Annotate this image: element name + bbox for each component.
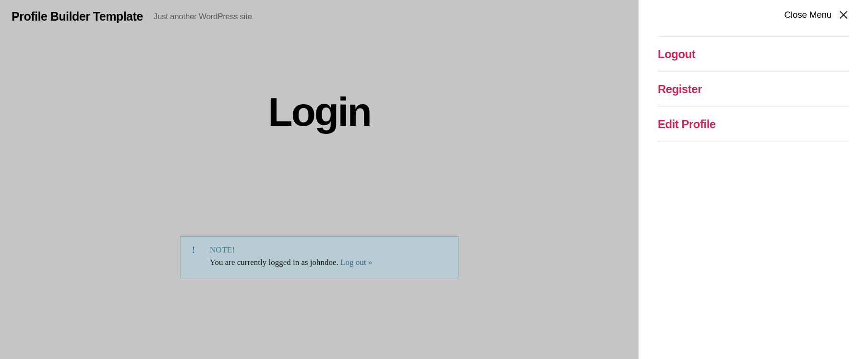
note-message: You are currently logged in as johndoe.	[210, 258, 340, 267]
info-icon: !	[192, 245, 195, 255]
menu-link-logout[interactable]: Logout	[658, 48, 695, 60]
menu-item-logout[interactable]: Logout	[658, 37, 849, 72]
header-bar: Profile Builder Template Just another Wo…	[0, 0, 639, 33]
close-menu-button[interactable]: Close Menu	[658, 10, 849, 20]
menu-item-edit-profile[interactable]: Edit Profile	[658, 107, 849, 142]
logout-link[interactable]: Log out »	[340, 258, 372, 267]
menu-link-register[interactable]: Register	[658, 83, 702, 96]
note-label: NOTE!	[210, 245, 448, 255]
menu-link-edit-profile[interactable]: Edit Profile	[658, 118, 716, 131]
side-menu: Close Menu Logout Register Edit Profile	[639, 0, 868, 359]
menu-list: Logout Register Edit Profile	[658, 36, 849, 142]
close-menu-label: Close Menu	[784, 10, 832, 20]
note-text: You are currently logged in as johndoe. …	[210, 258, 448, 267]
menu-item-register[interactable]: Register	[658, 72, 849, 107]
login-note-box: ! NOTE! You are currently logged in as j…	[180, 236, 458, 278]
page-title: Login	[0, 89, 639, 135]
site-title[interactable]: Profile Builder Template	[12, 10, 143, 24]
main-content: Profile Builder Template Just another Wo…	[0, 0, 639, 359]
site-tagline: Just another WordPress site	[154, 12, 252, 22]
close-icon	[838, 10, 849, 20]
